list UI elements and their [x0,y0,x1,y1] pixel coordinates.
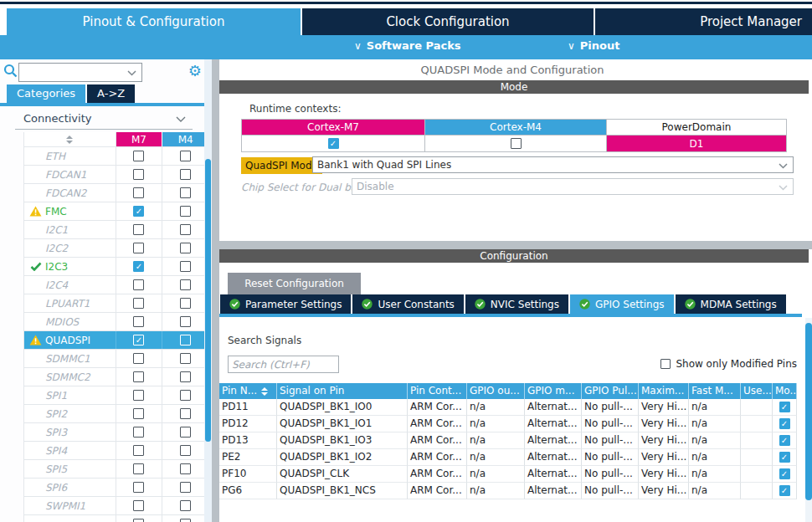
gpio-cell-speed[interactable]: Very Hi... [639,399,689,416]
gpio-column-header[interactable]: Maxim... [639,383,689,399]
column-header-m7[interactable]: M7 [116,132,163,146]
m4-checkbox[interactable] [180,353,191,364]
m4-checkbox[interactable] [180,390,191,401]
m4-checkbox[interactable] [180,445,191,456]
m4-checkbox[interactable] [180,482,191,493]
m4-checkbox[interactable] [180,224,191,235]
peripheral-row[interactable]: SPI6 [23,478,204,497]
m7-checkbox[interactable]: ✓ [133,261,144,272]
gpio-cell-user[interactable] [741,399,773,416]
m7-checkbox[interactable] [133,408,144,419]
m7-checkbox[interactable] [133,371,144,382]
peripheral-row[interactable]: SPI5 [23,460,204,478]
m4-checkbox[interactable] [180,243,191,253]
m7-checkbox[interactable] [133,463,144,474]
modified-checkbox[interactable]: ✓ [779,468,790,479]
gpio-cell-pull[interactable]: No pull-... [582,449,639,466]
m7-checkbox[interactable] [133,353,144,364]
m7-checkbox[interactable] [133,316,144,327]
m7-checkbox[interactable]: ✓ [133,335,144,345]
search-signals-input[interactable] [228,356,339,373]
gpio-cell-context[interactable]: ARM Cor... [408,416,467,432]
gpio-cell-fast[interactable]: n/a [689,399,741,416]
m4-checkbox[interactable] [180,500,191,511]
gpio-cell-speed[interactable]: Very Hi... [639,466,689,483]
gpio-column-header[interactable]: Pin Cont... [408,383,467,399]
config-tab-user-constants[interactable]: User Constants [352,294,463,314]
tab-categories[interactable]: Categories [7,84,85,103]
sidebar-scrollbar[interactable] [204,57,212,522]
gpio-cell-context[interactable]: ARM Cor... [408,466,467,483]
config-tab-gpio-settings[interactable]: GPIO Settings [570,294,674,314]
peripheral-row[interactable]: ETH [23,147,204,166]
peripheral-search-combobox[interactable] [18,63,142,82]
m7-checkbox[interactable] [133,224,144,235]
modified-checkbox[interactable]: ✓ [779,452,790,463]
m4-checkbox[interactable] [180,169,191,180]
configuration-scrollbar-thumb[interactable] [805,323,812,500]
peripheral-row[interactable]: SWPMI1 [23,497,204,515]
m4-checkbox[interactable] [180,408,191,419]
gpio-cell-signal[interactable]: QUADSPI_BK1_IO0 [277,399,408,416]
gpio-column-header[interactable]: Use... [741,383,773,399]
gpio-cell-context[interactable]: ARM Cor... [408,449,467,466]
tab-project-manager[interactable]: Project Manager [595,8,812,35]
m7-checkbox[interactable] [133,298,144,309]
gpio-cell-user[interactable] [741,416,773,432]
gpio-cell-signal[interactable]: QUADSPI_BK1_IO1 [277,416,408,432]
gear-icon[interactable]: ⚙ [188,61,202,81]
gpio-cell-speed[interactable]: Very Hi... [639,416,689,432]
config-tab-mdma-settings[interactable]: MDMA Settings [676,294,786,314]
m7-checkbox[interactable] [133,427,144,438]
peripheral-row[interactable]: SDMMC1 [23,350,204,368]
m7-checkbox[interactable] [133,482,144,493]
gpio-cell-speed[interactable]: Very Hi... [639,432,689,449]
m4-checkbox[interactable] [180,463,191,474]
gpio-cell-signal[interactable]: QUADSPI_BK1_IO2 [277,449,408,466]
m4-checkbox[interactable] [180,371,191,382]
gpio-cell-pull[interactable]: No pull-... [582,432,639,449]
peripheral-row[interactable]: SDMMC2 [23,368,204,386]
peripheral-row[interactable]: FMC✓ [23,202,204,221]
gpio-cell-mode[interactable]: Alternat... [525,416,582,432]
gpio-cell-speed[interactable]: Very Hi... [639,483,689,499]
gpio-cell-pin[interactable]: PG6 [219,483,277,499]
gpio-column-header[interactable]: GPIO Pul... [582,383,639,399]
gpio-cell-context[interactable]: ARM Cor... [408,483,467,499]
peripheral-row[interactable]: SPI2 [23,405,204,423]
gpio-cell-output[interactable]: n/a [467,399,525,416]
sidebar-scrollbar-thumb[interactable] [205,159,211,442]
gpio-cell-signal[interactable]: QUADSPI_CLK [277,466,408,483]
gpio-cell-user[interactable] [741,449,773,466]
peripheral-row[interactable]: LPUART1 [23,294,204,313]
m4-checkbox[interactable] [180,151,191,161]
gpio-column-header[interactable]: GPIO ou... [467,383,525,399]
gpio-cell-output[interactable]: n/a [467,483,525,499]
m4-checkbox[interactable] [180,335,191,345]
gpio-cell-user[interactable] [741,432,773,449]
peripheral-row[interactable]: I2C2 [23,239,204,258]
gpio-cell-context[interactable]: ARM Cor... [408,399,467,416]
gpio-cell-mode[interactable]: Alternat... [525,399,582,416]
m7-checkbox[interactable] [133,151,144,161]
gpio-cell-output[interactable]: n/a [467,416,525,432]
m4-checkbox[interactable] [180,206,191,217]
peripheral-row[interactable]: I2C1 [23,221,204,239]
peripheral-row[interactable]: SPI1 [23,386,204,405]
tab-clock-configuration[interactable]: Clock Configuration [302,8,594,35]
gpio-cell-mode[interactable]: Alternat... [525,466,582,483]
gpio-column-header[interactable]: Signal on Pin [277,383,408,399]
peripheral-row[interactable]: SPI4 [23,442,204,460]
m4-checkbox[interactable] [180,519,191,522]
gpio-cell-signal[interactable]: QUADSPI_BK1_IO3 [277,432,408,449]
gpio-cell-mode[interactable]: Alternat... [525,483,582,499]
modified-checkbox[interactable]: ✓ [779,418,790,429]
gpio-cell-pull[interactable]: No pull-... [582,416,639,432]
m4-checkbox[interactable] [180,316,191,327]
peripheral-row[interactable]: FDCAN2 [23,184,204,202]
m7-checkbox[interactable] [133,243,144,253]
reset-configuration-button[interactable]: Reset Configuration [228,273,361,294]
gpio-cell-pull[interactable]: No pull-... [582,466,639,483]
gpio-cell-speed[interactable]: Very Hi... [639,449,689,466]
gpio-cell-pull[interactable]: No pull-... [582,399,639,416]
